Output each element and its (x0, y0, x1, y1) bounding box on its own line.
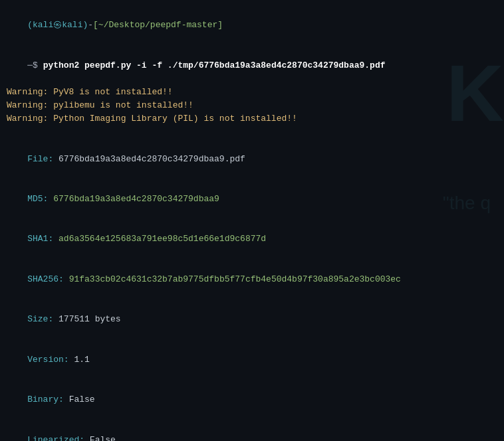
linearized-value: False (90, 435, 116, 442)
version-line: Version: 1.1 (7, 340, 497, 380)
version-value: 1.1 (74, 355, 89, 365)
md5-line: MD5: 6776bda19a3a8ed4c2870c34279dbaa9 (7, 179, 497, 219)
size-value: 177511 bytes (59, 314, 121, 324)
kali-watermark: K (446, 53, 504, 133)
file-label: File: (27, 154, 59, 164)
terminal-window: K "the q (kali㉿kali)-[~/Desktop/peepdf-m… (0, 0, 504, 441)
binary-line: Binary: False (7, 380, 497, 420)
prompt-separator: - (88, 20, 93, 30)
sha1-label: SHA1: (27, 234, 59, 244)
binary-label: Binary: (27, 395, 68, 404)
command-text: python2 peepdf.py -i -f ./tmp/6776bda19a… (43, 60, 386, 70)
sha256-value: 91fa33cb02c4631c32b7ab9775dfbb5f77cfb4e5… (69, 274, 401, 284)
warning-pil: Warning: Python Imaging Library (PIL) is… (7, 112, 497, 126)
size-line: Size: 177511 bytes (7, 300, 497, 339)
file-line: File: 6776bda19a3a8ed4c2870c34279dbaa9.p… (7, 139, 497, 179)
linearized-line: Linearized: False (7, 420, 497, 441)
command-line: ─$ python2 peepdf.py -i -f ./tmp/6776bda… (7, 45, 497, 85)
prompt-user: (kali㉿kali) (27, 20, 88, 30)
version-label: Version: (27, 355, 74, 365)
binary-value: False (69, 395, 95, 404)
prompt-line: (kali㉿kali)-[~/Desktop/peepdf-master] (7, 5, 497, 45)
kali-quote: "the q (443, 193, 491, 214)
file-value: 6776bda19a3a8ed4c2870c34279dbaa9.pdf (59, 154, 245, 164)
md5-value: 6776bda19a3a8ed4c2870c34279dbaa9 (53, 194, 219, 204)
size-label: Size: (27, 314, 59, 324)
prompt-path: [~/Desktop/peepdf-master] (93, 20, 223, 30)
sha1-line: SHA1: ad6a3564e125683a791ee98c5d1e66e1d9… (7, 219, 497, 259)
blank-1 (7, 126, 497, 139)
sha1-value: ad6a3564e125683a791ee98c5d1e66e1d9c6877d (59, 234, 266, 244)
sha256-line: SHA256: 91fa33cb02c4631c32b7ab9775dfbb5f… (7, 260, 497, 300)
sha256-label: SHA256: (27, 274, 68, 284)
linearized-label: Linearized: (27, 435, 90, 442)
warning-pyv8: Warning: PyV8 is not installed!! (7, 86, 497, 99)
md5-label: MD5: (27, 194, 53, 204)
prompt-dollar: ─$ (27, 60, 43, 70)
warning-pylibemu: Warning: pylibemu is not installed!! (7, 99, 497, 112)
